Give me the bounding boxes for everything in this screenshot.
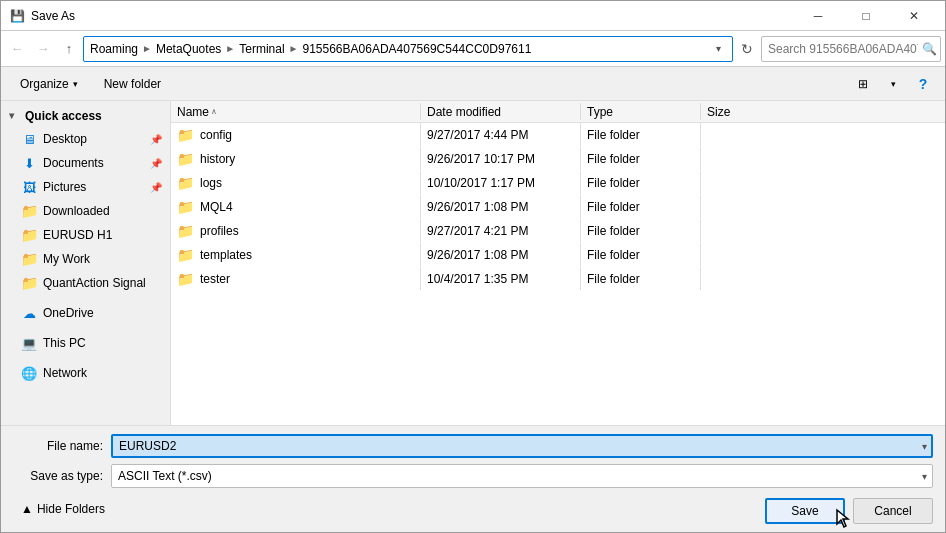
file-type-label: File folder [587,224,640,238]
pin-icon-pictures: 📌 [150,182,162,193]
hide-folders-icon: ▲ [21,502,33,516]
table-row[interactable]: 📁 MQL4 9/26/2017 1:08 PM File folder [171,195,945,219]
table-row[interactable]: 📁 logs 10/10/2017 1:17 PM File folder [171,171,945,195]
file-date-label: 10/10/2017 1:17 PM [427,176,535,190]
bottom-area: File name: ▾ Save as type: ASCII Text (*… [1,425,945,532]
folder-icon: 📁 [177,175,194,191]
table-row[interactable]: 📁 history 9/26/2017 10:17 PM File folder [171,147,945,171]
file-type-cell: File folder [581,195,701,218]
table-row[interactable]: 📁 config 9/27/2017 4:44 PM File folder [171,123,945,147]
file-type-cell: File folder [581,219,701,242]
file-date-cell: 9/27/2017 4:21 PM [421,219,581,242]
file-type-label: File folder [587,272,640,286]
pictures-icon: 🖼 [21,179,37,195]
file-size-cell [701,123,801,146]
filename-row: File name: ▾ [13,434,933,458]
sidebar-item-pictures[interactable]: 🖼 Pictures 📌 [1,175,170,199]
sidebar-item-desktop-label: Desktop [43,132,87,146]
bottom-footer: ▲ Hide Folders Save Cancel [13,494,933,524]
search-box: 🔍 [761,36,941,62]
forward-button[interactable]: → [31,36,55,62]
organize-chevron-icon: ▾ [73,79,78,89]
quick-access-chevron-icon: ▾ [9,110,21,122]
pin-icon-desktop: 📌 [150,134,162,145]
view-mode-button[interactable]: ⊞ [849,71,877,97]
file-type-cell: File folder [581,123,701,146]
sidebar-item-eurusd-h1-label: EURUSD H1 [43,228,112,242]
file-size-cell [701,195,801,218]
breadcrumb-sep-2: ► [225,43,235,54]
sidebar-item-eurusd-h1[interactable]: 📁 EURUSD H1 [1,223,170,247]
breadcrumb-roaming: Roaming [90,42,138,56]
help-button[interactable]: ? [909,71,937,97]
save-button[interactable]: Save [765,498,845,524]
file-date-cell: 9/26/2017 10:17 PM [421,147,581,170]
sidebar-item-documents[interactable]: ⬇ Documents 📌 [1,151,170,175]
col-name-label: Name [177,105,209,119]
new-folder-label: New folder [104,77,161,91]
file-date-label: 9/26/2017 1:08 PM [427,200,528,214]
sidebar-section-quick-access[interactable]: ▾ Quick access [1,105,170,127]
sidebar-item-network[interactable]: 🌐 Network [1,361,170,385]
refresh-button[interactable]: ↻ [735,36,759,62]
file-name-label: history [200,152,235,166]
organize-label: Organize [20,77,69,91]
file-name-cell: 📁 templates [171,243,421,266]
search-icon: 🔍 [922,42,937,56]
sidebar-item-thispc[interactable]: 💻 This PC [1,331,170,355]
minimize-button[interactable]: ─ [795,1,841,31]
window-title: Save As [31,9,795,23]
breadcrumb-sep-1: ► [142,43,152,54]
file-name-cell: 📁 config [171,123,421,146]
thispc-icon: 💻 [21,335,37,351]
filename-input[interactable] [111,434,933,458]
quick-access-label: Quick access [25,109,102,123]
col-header-date[interactable]: Date modified [421,103,581,120]
table-row[interactable]: 📁 templates 9/26/2017 1:08 PM File folde… [171,243,945,267]
up-button[interactable]: ↑ [57,36,81,62]
maximize-button[interactable]: □ [843,1,889,31]
breadcrumb-hash: 915566BA06ADA407569C544CC0D97611 [302,42,531,56]
file-type-label: File folder [587,176,640,190]
file-type-cell: File folder [581,171,701,194]
file-date-cell: 10/10/2017 1:17 PM [421,171,581,194]
sidebar-item-documents-label: Documents [43,156,104,170]
new-folder-button[interactable]: New folder [93,71,172,97]
file-name-label: config [200,128,232,142]
folder-icon: 📁 [177,151,194,167]
file-type-cell: File folder [581,147,701,170]
back-button[interactable]: ← [5,36,29,62]
view-dropdown-button[interactable]: ▾ [879,71,907,97]
cancel-button[interactable]: Cancel [853,498,933,524]
table-row[interactable]: 📁 profiles 9/27/2017 4:21 PM File folder [171,219,945,243]
sidebar-item-onedrive[interactable]: ☁ OneDrive [1,301,170,325]
table-row[interactable]: 📁 tester 10/4/2017 1:35 PM File folder [171,267,945,291]
search-input[interactable] [768,42,918,56]
folder-icon: 📁 [177,271,194,287]
savetype-select[interactable]: ASCII Text (*.csv) CSV Files (*.csv) All… [111,464,933,488]
sidebar-item-pictures-label: Pictures [43,180,86,194]
filename-label: File name: [13,439,103,453]
close-button[interactable]: ✕ [891,1,937,31]
hide-folders-button[interactable]: ▲ Hide Folders [13,498,113,520]
address-path[interactable]: Roaming ► MetaQuotes ► Terminal ► 915566… [83,36,733,62]
sidebar-item-desktop[interactable]: 🖥 Desktop 📌 [1,127,170,151]
sidebar-item-quantaction[interactable]: 📁 QuantAction Signal [1,271,170,295]
file-list: Name ∧ Date modified Type Size 📁 config [171,101,945,425]
sidebar-item-my-work[interactable]: 📁 My Work [1,247,170,271]
eurusd-h1-icon: 📁 [21,227,37,243]
window-icon: 💾 [9,8,25,24]
savetype-row: Save as type: ASCII Text (*.csv) CSV Fil… [13,464,933,488]
toolbar: Organize ▾ New folder ⊞ ▾ ? [1,67,945,101]
col-header-name[interactable]: Name ∧ [171,103,421,120]
sidebar-item-my-work-label: My Work [43,252,90,266]
organize-button[interactable]: Organize ▾ [9,71,89,97]
address-dropdown-button[interactable]: ▾ [710,37,726,61]
sidebar-item-downloaded[interactable]: 📁 Downloaded [1,199,170,223]
file-name-cell: 📁 logs [171,171,421,194]
col-header-size[interactable]: Size [701,103,801,120]
file-name-label: profiles [200,224,239,238]
file-type-label: File folder [587,248,640,262]
dialog-buttons: Save Cancel [765,498,933,524]
col-header-type[interactable]: Type [581,103,701,120]
